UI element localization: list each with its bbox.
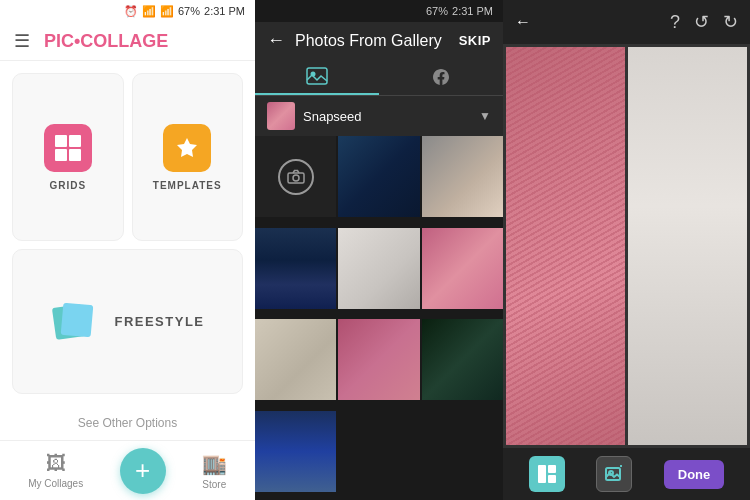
freestyle-label: FREESTYLE <box>114 314 204 329</box>
signal-icon: 📶 <box>160 5 174 18</box>
svg-rect-0 <box>55 135 67 147</box>
sticks-texture <box>506 47 625 445</box>
freestyle-option[interactable]: FREESTYLE <box>12 249 243 394</box>
photo-cell[interactable] <box>422 319 503 400</box>
collages-icon: 🖼 <box>46 452 66 475</box>
svg-rect-2 <box>55 149 67 161</box>
svg-rect-3 <box>69 149 81 161</box>
options-grid: GRIDS TEMPLATES FREESTYLE <box>0 61 255 406</box>
home-header: ☰ PIC•COLLAGE <box>0 22 255 61</box>
album-selector[interactable]: Snapseed ▼ <box>255 96 503 136</box>
templates-option[interactable]: TEMPLATES <box>132 73 244 241</box>
home-nav: 🖼 My Collages + 🏬 Store <box>0 440 255 500</box>
alarm-icon: ⏰ <box>124 5 138 18</box>
add-photo-button[interactable] <box>596 456 632 492</box>
photo-cell[interactable] <box>255 411 336 492</box>
photo-cell[interactable] <box>338 136 419 217</box>
gallery-title: Photos From Gallery <box>295 32 449 50</box>
store-label: Store <box>202 479 226 490</box>
camera-icon <box>278 159 314 195</box>
gallery-panel: 67% 2:31 PM ← Photos From Gallery SKIP S… <box>255 0 503 500</box>
editor-back-button[interactable]: ← <box>515 13 531 31</box>
svg-rect-1 <box>69 135 81 147</box>
skip-button[interactable]: SKIP <box>459 33 491 48</box>
home-panel: ⏰ 📶 📶 67% 2:31 PM ☰ PIC•COLLAGE GRIDS <box>0 0 255 500</box>
time-home: 2:31 PM <box>204 5 245 17</box>
svg-rect-10 <box>548 475 556 483</box>
store-icon: 🏬 <box>202 452 227 476</box>
redo-button[interactable]: ↻ <box>723 11 738 33</box>
svg-rect-9 <box>548 465 556 473</box>
editor-canvas <box>503 44 750 448</box>
album-dropdown-icon: ▼ <box>479 109 491 123</box>
editor-header: ← ? ↺ ↻ <box>503 0 750 44</box>
gallery-tabs <box>255 59 503 96</box>
gallery-header: ← Photos From Gallery SKIP <box>255 22 503 59</box>
battery-gallery: 67% <box>426 5 448 17</box>
status-bar-gallery: 67% 2:31 PM <box>255 0 503 22</box>
svg-rect-8 <box>538 465 546 483</box>
my-collages-nav[interactable]: 🖼 My Collages <box>28 452 83 489</box>
photo-grid <box>255 136 503 500</box>
store-nav[interactable]: 🏬 Store <box>202 452 227 490</box>
wifi-icon: 📶 <box>142 5 156 18</box>
done-button[interactable]: Done <box>664 460 725 489</box>
status-bar-home: ⏰ 📶 📶 67% 2:31 PM <box>0 0 255 22</box>
camera-cell[interactable] <box>255 136 336 217</box>
freestyle-icon <box>50 298 98 346</box>
photo-cell[interactable] <box>422 136 503 217</box>
add-button[interactable]: + <box>120 448 166 494</box>
layout-button[interactable] <box>529 456 565 492</box>
canvas-right <box>628 47 747 445</box>
my-collages-label: My Collages <box>28 478 83 489</box>
templates-icon <box>163 124 211 172</box>
help-button[interactable]: ? <box>670 12 680 33</box>
menu-button[interactable]: ☰ <box>14 30 30 52</box>
undo-button[interactable]: ↺ <box>694 11 709 33</box>
grids-option[interactable]: GRIDS <box>12 73 124 241</box>
editor-toolbar: Done <box>503 448 750 500</box>
photo-cell[interactable] <box>338 228 419 309</box>
editor-panel: ← ? ↺ ↻ <box>503 0 750 500</box>
grids-label: GRIDS <box>49 180 86 191</box>
gallery-tab-facebook[interactable] <box>379 59 503 95</box>
see-other-options[interactable]: See Other Options <box>0 406 255 440</box>
photo-cell[interactable] <box>338 319 419 400</box>
gallery-tab-photos[interactable] <box>255 59 379 95</box>
svg-point-7 <box>293 175 299 181</box>
templates-label: TEMPLATES <box>153 180 222 191</box>
photo-cell[interactable] <box>422 228 503 309</box>
grids-icon <box>44 124 92 172</box>
time-gallery: 2:31 PM <box>452 5 493 17</box>
gallery-back-button[interactable]: ← <box>267 30 285 51</box>
canvas-left <box>506 47 625 445</box>
album-name: Snapseed <box>303 109 471 124</box>
photo-cell[interactable] <box>255 228 336 309</box>
album-thumbnail <box>267 102 295 130</box>
photo-cell[interactable] <box>255 319 336 400</box>
battery-home: 67% <box>178 5 200 17</box>
brand-logo: PIC•COLLAGE <box>44 31 168 52</box>
